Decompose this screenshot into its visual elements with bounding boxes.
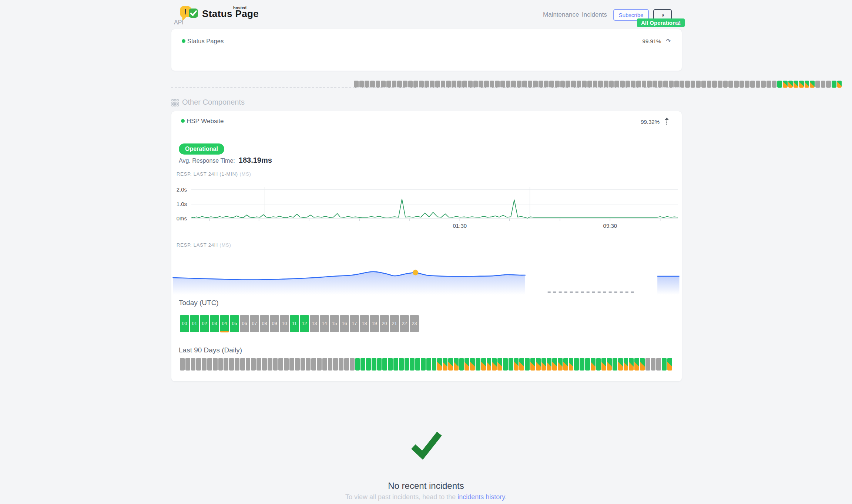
day-bar[interactable] <box>246 358 251 371</box>
day-bar[interactable] <box>295 358 300 371</box>
day-bar[interactable] <box>405 358 409 371</box>
uptime-bar[interactable] <box>707 81 712 88</box>
day-bar[interactable] <box>256 358 261 371</box>
hour-block[interactable]: 13 <box>310 315 319 332</box>
day-bar[interactable] <box>322 358 327 371</box>
day-bar[interactable] <box>448 358 453 371</box>
day-bar[interactable] <box>196 358 201 371</box>
day-bar[interactable] <box>399 358 404 371</box>
uptime-bar[interactable] <box>837 81 842 88</box>
day-bar[interactable] <box>525 358 530 371</box>
day-bar[interactable] <box>662 358 667 371</box>
day-bar[interactable] <box>289 358 294 371</box>
day-bar[interactable] <box>317 358 322 371</box>
day-bar[interactable] <box>350 358 355 371</box>
day-bar[interactable] <box>311 358 316 371</box>
day-bar[interactable] <box>563 358 568 371</box>
hour-block[interactable]: 16 <box>340 315 349 332</box>
hour-block[interactable]: 07 <box>250 315 259 332</box>
uptime-bar[interactable] <box>723 81 728 88</box>
day-bar[interactable] <box>536 358 541 371</box>
day-bar[interactable] <box>656 358 661 371</box>
hour-block[interactable]: 02 <box>200 315 209 332</box>
hour-block[interactable]: 19 <box>370 315 379 332</box>
day-bar[interactable] <box>393 358 398 371</box>
day-bar[interactable] <box>601 358 606 371</box>
hour-block[interactable]: 03 <box>210 315 219 332</box>
uptime-bar[interactable] <box>701 81 706 88</box>
day-bar[interactable] <box>372 358 376 371</box>
hour-block[interactable]: 14 <box>320 315 329 332</box>
uptime-bar[interactable] <box>810 81 815 88</box>
day-bar[interactable] <box>333 358 338 371</box>
uptime-bar[interactable] <box>777 81 782 88</box>
hour-block[interactable]: 11 <box>290 315 299 332</box>
uptime-bar[interactable] <box>756 81 761 88</box>
day-bar[interactable] <box>273 358 278 371</box>
hour-block[interactable]: 10 <box>280 315 289 332</box>
uptime-bar[interactable] <box>718 81 722 88</box>
day-bar[interactable] <box>180 358 185 371</box>
day-bar[interactable] <box>268 358 272 371</box>
day-bar[interactable] <box>476 358 480 371</box>
day-bar[interactable] <box>519 358 524 371</box>
uptime-bar[interactable] <box>815 81 820 88</box>
day-bar[interactable] <box>470 358 475 371</box>
day-bar[interactable] <box>235 358 239 371</box>
uptime-bar[interactable] <box>799 81 804 88</box>
uptime-bar[interactable] <box>685 81 690 88</box>
day-bar[interactable] <box>306 358 311 371</box>
hour-block[interactable]: 18 <box>360 315 369 332</box>
day-bar[interactable] <box>301 358 305 371</box>
uptime-bar[interactable] <box>821 81 826 88</box>
day-bar[interactable] <box>558 358 563 371</box>
day-bar[interactable] <box>185 358 190 371</box>
day-bar[interactable] <box>492 358 497 371</box>
day-bar[interactable] <box>629 358 634 371</box>
day-bar[interactable] <box>213 358 218 371</box>
day-bar[interactable] <box>618 358 623 371</box>
hour-block[interactable]: 17 <box>350 315 359 332</box>
day-bar[interactable] <box>591 358 596 371</box>
day-bar[interactable] <box>410 358 415 371</box>
day-bar[interactable] <box>509 358 513 371</box>
day-bar[interactable] <box>262 358 267 371</box>
uptime-bar[interactable] <box>745 81 749 88</box>
hour-block[interactable]: 08 <box>260 315 269 332</box>
day-bar[interactable] <box>382 358 387 371</box>
chevron-up-icon[interactable] <box>675 20 681 27</box>
resp-24h-area-chart[interactable] <box>171 264 681 298</box>
uptime-bar[interactable] <box>767 81 771 88</box>
day-bar[interactable] <box>503 358 508 371</box>
hour-block[interactable]: 04 <box>220 315 229 332</box>
refresh-icon[interactable]: ↷ <box>666 38 671 44</box>
incidents-history-link[interactable]: incidents history <box>457 493 505 501</box>
day-bar[interactable] <box>569 358 574 371</box>
day-bar[interactable] <box>366 358 371 371</box>
day-bar[interactable] <box>530 358 535 371</box>
day-bar[interactable] <box>487 358 492 371</box>
day-bar[interactable] <box>240 358 245 371</box>
uptime-bar[interactable] <box>761 81 766 88</box>
day-bar[interactable] <box>432 358 437 371</box>
uptime-bar[interactable] <box>750 81 755 88</box>
nav-maintenance[interactable]: Maintenance <box>543 11 579 18</box>
day-bar[interactable] <box>547 358 551 371</box>
hour-block[interactable]: 22 <box>400 315 409 332</box>
day-bar[interactable] <box>459 358 464 371</box>
day-bar[interactable] <box>613 358 617 371</box>
day-bar[interactable] <box>278 358 283 371</box>
uptime-bar[interactable] <box>691 81 695 88</box>
day-bar[interactable] <box>344 358 349 371</box>
hour-block[interactable]: 01 <box>190 315 199 332</box>
uptime-bar[interactable] <box>772 81 777 88</box>
uptime-bar[interactable] <box>783 81 788 88</box>
uptime-bar[interactable] <box>832 81 836 88</box>
uptime-bar[interactable] <box>696 81 701 88</box>
day-bar[interactable] <box>580 358 584 371</box>
day-bar[interactable] <box>191 358 196 371</box>
uptime-bar[interactable] <box>734 81 739 88</box>
day-bar[interactable] <box>667 358 672 371</box>
uptime-bar[interactable] <box>826 81 831 88</box>
uptime-bar[interactable] <box>788 81 793 88</box>
